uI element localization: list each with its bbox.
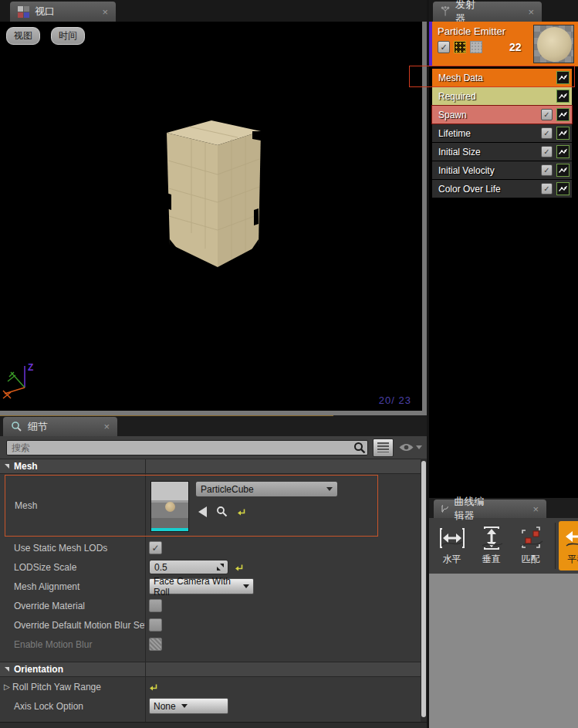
search-input[interactable] [6,440,368,455]
tab-viewport[interactable]: 视口 × [10,2,116,22]
tab-details[interactable]: 细节 × [3,417,117,436]
particle-mesh-cube [151,116,279,270]
emitter-header-block[interactable]: Particle Emitter ✓ 22 [429,22,578,66]
expander-arrow-icon[interactable]: ▷ [4,682,10,691]
fit-horizontal-button[interactable]: 水平 [434,521,470,571]
lodsize-scale-input[interactable] [149,560,228,574]
curve-graph-icon[interactable] [556,108,570,121]
view-options-button[interactable] [398,442,422,452]
emitter-spray-icon [441,6,450,17]
property-row: Override Material [0,596,427,615]
tab-viewport-label: 视口 [35,5,55,19]
chevron-down-icon [326,487,333,491]
emitters-content: Particle Emitter ✓ 22 Mesh Data [429,22,578,498]
property-row: Axis Lock Option None [0,696,427,716]
viewport-layout-icon [18,6,29,18]
emitters-panel: 发射器 × Particle Emitter ✓ 22 [429,0,578,498]
reset-to-default-icon[interactable] [149,682,158,692]
time-menu-button[interactable]: 时间 [51,27,85,45]
fit-selected-button[interactable]: 匹配 [512,521,549,571]
module-enabled-checkbox[interactable]: ✓ [541,109,553,120]
module-color-over-life[interactable]: Color Over Life ✓ [432,180,572,198]
module-spawn[interactable]: Spawn ✓ [432,106,572,124]
fit-vertical-button[interactable]: 垂直 [473,521,509,571]
tab-curve-editor[interactable]: 曲线编辑器 × [434,499,546,518]
enable-motion-blur-checkbox [149,638,162,651]
axis-gizmo: Z [2,360,48,408]
eye-icon [398,442,414,452]
fit-vertical-icon [478,526,505,550]
curve-graph-icon[interactable] [556,145,570,158]
property-row: Enable Motion Blur [0,635,427,654]
property-matrix-button[interactable] [373,438,394,457]
close-icon[interactable]: × [88,6,108,18]
curve-editor-canvas[interactable] [429,574,578,728]
details-toolbar [0,436,427,459]
module-initial-velocity[interactable]: Initial Velocity ✓ [432,161,572,179]
override-material-checkbox[interactable] [149,599,162,612]
chevron-down-icon [181,704,188,708]
module-required[interactable]: Required [432,87,572,105]
mesh-asset-thumbnail[interactable] [150,481,189,532]
close-icon[interactable]: × [90,421,110,432]
use-selected-asset-icon[interactable] [198,506,207,517]
module-initial-size[interactable]: Initial Size ✓ [432,143,572,161]
curve-graph-icon[interactable] [556,71,570,84]
curve-graph-icon[interactable] [556,90,570,103]
material-sphere-preview [537,27,572,62]
pan-mode-button[interactable]: 平移 [559,521,578,571]
axis-lock-dropdown[interactable]: None [149,698,228,714]
value-drag-icon[interactable] [216,563,225,571]
module-enabled-checkbox[interactable]: ✓ [541,146,553,157]
details-tabbar: 细节 × [0,415,427,436]
search-icon [353,442,366,454]
section-header-orientation[interactable]: Orientation [0,662,427,677]
use-static-mesh-lods-checkbox[interactable]: ✓ [149,541,162,554]
curve-editor-panel: 曲线编辑器 × 水平 [429,498,578,728]
browse-to-asset-icon[interactable] [216,506,228,517]
details-scrollbar [421,459,427,722]
curve-graph-icon[interactable] [556,164,570,177]
burst-mode-button[interactable] [454,41,466,53]
chevron-down-icon [243,584,249,588]
curve-editor-tabbar: 曲线编辑器 × [429,498,578,518]
module-lifetime[interactable]: Lifetime ✓ [432,124,572,142]
mesh-asset-combobox[interactable]: ParticleCube [195,481,338,497]
emitter-enabled-checkbox[interactable]: ✓ [438,41,450,53]
pan-mode-icon [564,526,578,550]
module-mesh-data[interactable]: Mesh Data [432,69,572,86]
mesh-property-label: Mesh [5,476,146,536]
curve-graph-icon[interactable] [556,182,570,195]
module-enabled-checkbox[interactable]: ✓ [541,164,553,176]
particle-count: 20/ 23 [379,394,411,406]
grid-icon [377,442,389,452]
solo-mode-button[interactable] [470,41,482,53]
curve-icon [441,503,448,514]
viewport-tabbar: 视口 × [0,0,427,22]
cascade-particle-editor: 视口 × 视图 时间 [0,0,578,728]
property-row: Mesh Alignment Face Camera With Roll [0,577,427,596]
reset-to-default-icon[interactable] [237,507,246,516]
mesh-alignment-dropdown[interactable]: Face Camera With Roll [149,578,254,594]
tab-details-label: 细节 [28,420,48,434]
details-content: Mesh Mesh ParticleCube [0,459,427,722]
section-header-mesh[interactable]: Mesh [0,459,427,474]
fit-selected-icon [518,526,544,550]
curve-graph-icon[interactable] [556,127,570,140]
module-enabled-checkbox[interactable]: ✓ [541,127,553,139]
close-icon[interactable]: × [519,503,539,515]
toolbar-separator [555,523,556,569]
scrollbar-thumb[interactable] [421,461,426,717]
emitter-material-thumbnail [533,25,574,63]
viewport-panel: 视口 × 视图 时间 [0,0,427,415]
override-motion-blur-checkbox[interactable] [149,618,162,631]
fit-horizontal-icon [439,526,465,550]
reset-to-default-icon[interactable] [235,563,244,572]
tab-emitters[interactable]: 发射器 × [433,2,542,22]
property-row: ▷ Roll Pitch Yaw Range [0,677,427,696]
viewport-3d-area[interactable]: 视图 时间 [0,22,427,415]
module-enabled-checkbox[interactable]: ✓ [541,183,553,195]
close-icon[interactable]: × [514,6,534,18]
view-menu-button[interactable]: 视图 [6,27,40,45]
expanded-arrow-icon [5,667,9,672]
